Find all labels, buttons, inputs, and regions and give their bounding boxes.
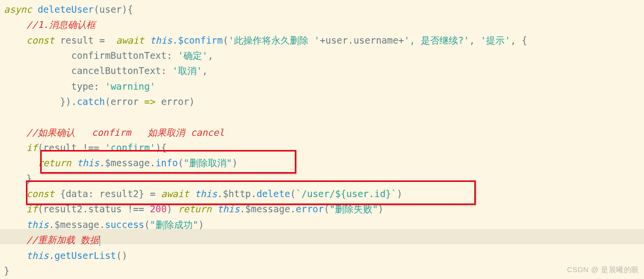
str-infoarg: "删除取消" xyxy=(183,157,232,168)
str-type: 'warning' xyxy=(105,81,155,92)
kw-this: this xyxy=(150,35,173,46)
param-user: user xyxy=(100,4,122,15)
str-title: '提示' xyxy=(481,35,511,46)
prop-status: status xyxy=(88,203,122,214)
str-confirmbtn: '确定' xyxy=(178,50,208,61)
keyword-await: await xyxy=(116,35,144,46)
ret-error: error xyxy=(161,96,189,107)
str-msg-a: '此操作将永久删除 ' xyxy=(229,35,320,46)
comment-2: //如果确认 confirm 如果取消 cancel xyxy=(26,127,225,138)
str-successarg: "删除成功" xyxy=(150,219,198,230)
kw-this3: this xyxy=(195,188,217,199)
str-deletearg: `/user/${user.id}` xyxy=(296,188,397,199)
arrow: => xyxy=(144,96,155,107)
prop-cancelbtn: cancelButtonText xyxy=(71,65,161,76)
op-neq2: !== xyxy=(128,203,144,214)
str-errorarg: "删除失败" xyxy=(330,203,378,214)
meth-confirm: $confirm xyxy=(178,35,223,46)
keyword-return: return xyxy=(38,157,72,168)
keyword-const2: const xyxy=(26,188,54,199)
prop-confirmbtn: confirmButtonText xyxy=(71,50,166,61)
str-msg-b: ', 是否继续?' xyxy=(404,35,469,46)
prop-message: $message xyxy=(105,157,150,168)
prop-http: $http xyxy=(223,188,251,199)
op-plus: + xyxy=(320,35,325,46)
meth-info: info xyxy=(155,157,178,168)
meth-catch: catch xyxy=(77,96,105,107)
op-neq: !== xyxy=(82,142,99,153)
var-result: result xyxy=(60,35,94,46)
num-200: 200 xyxy=(150,203,167,214)
keyword-return2: return xyxy=(178,203,212,214)
text-cursor xyxy=(100,235,100,246)
var-result2b: result2 xyxy=(100,188,139,199)
keyword-if: if xyxy=(26,142,38,153)
code-block: async deleteUser(user){ //1.消息确认框 const … xyxy=(0,0,644,279)
keyword-async: async xyxy=(4,4,32,15)
meth-delete: delete xyxy=(257,188,290,199)
expr-username: user.username xyxy=(325,35,398,46)
prop-message3: $message xyxy=(54,219,100,230)
keyword-await2: await xyxy=(161,188,189,199)
kw-this5: this xyxy=(26,219,49,230)
kw-this4: this xyxy=(217,203,240,214)
op-plus2: + xyxy=(398,35,404,46)
kw-this2: this xyxy=(77,157,100,168)
param-error: error xyxy=(110,96,138,107)
var-result2c: result2 xyxy=(43,203,82,214)
comment-3: //重新加载 数据 xyxy=(26,234,99,245)
prop-data: data xyxy=(66,188,88,199)
comment-1: //1.消息确认框 xyxy=(26,19,96,30)
prop-message2: $message xyxy=(245,203,290,214)
function-name: deleteUser xyxy=(38,4,94,15)
var-result2: result xyxy=(43,142,77,153)
meth-success: success xyxy=(105,219,144,230)
prop-type: type xyxy=(71,81,94,92)
kw-this6: this xyxy=(26,250,49,261)
str-confirm: 'confirm' xyxy=(105,142,155,153)
meth-getuserlist: getUserList xyxy=(54,250,116,261)
keyword-const: const xyxy=(26,35,54,46)
str-cancelbtn: '取消' xyxy=(172,65,202,76)
keyword-if2: if xyxy=(26,203,38,214)
meth-error: error xyxy=(296,203,324,214)
